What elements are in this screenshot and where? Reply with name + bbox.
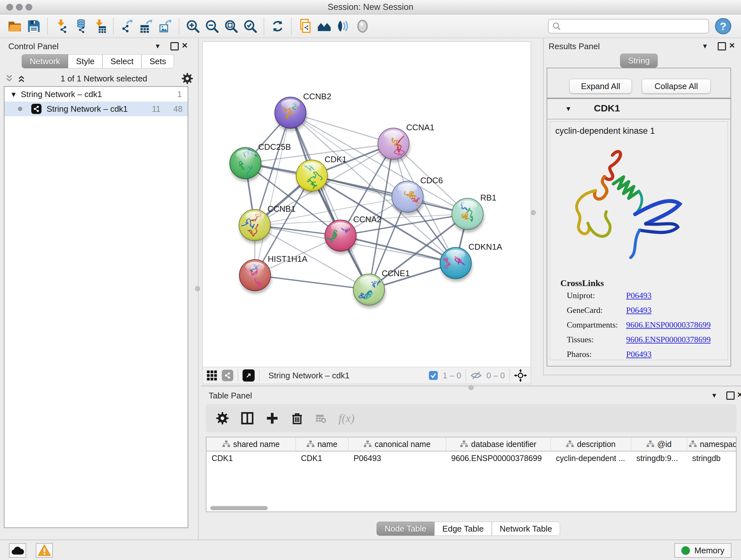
delete-row-trash-icon[interactable]	[291, 412, 304, 425]
import-network-database-button[interactable]	[71, 17, 90, 36]
float-panel-icon[interactable]	[171, 42, 179, 51]
show-columns-icon[interactable]	[241, 412, 254, 425]
expand-all-networks-icon[interactable]	[4, 74, 14, 83]
column-header[interactable]: @id	[631, 437, 687, 451]
grid-view-icon[interactable]	[206, 370, 217, 381]
crosslink-value: 9606.ENSP00000378699	[626, 335, 711, 345]
open-session-button[interactable]	[5, 17, 24, 36]
tissues-link[interactable]: 9606.ENSP00000378699	[626, 335, 711, 344]
collapse-panel-icon[interactable]: ▾	[712, 391, 716, 400]
tab-sets[interactable]: Sets	[141, 54, 174, 68]
collection-expander-icon[interactable]: ▾	[11, 89, 16, 99]
export-network-button[interactable]	[118, 17, 137, 36]
collapse-panel-icon[interactable]: ▾	[156, 42, 159, 51]
titlebar: Session: New Session	[0, 0, 741, 14]
tab-network-table[interactable]: Network Table	[492, 522, 560, 536]
close-panel-icon[interactable]: ×	[182, 42, 188, 49]
cloud-button[interactable]	[9, 543, 26, 558]
right-splitter-handle[interactable]	[531, 210, 536, 215]
first-neighbors-button[interactable]	[315, 17, 334, 36]
pharos-link[interactable]: P06493	[626, 350, 651, 359]
zoom-fit-button[interactable]	[221, 17, 241, 36]
cell-description[interactable]: cyclin-dependent ...	[551, 451, 631, 465]
apply-function-icon[interactable]: f(x)	[339, 412, 354, 425]
tab-style[interactable]: Style	[68, 54, 103, 68]
cell-name[interactable]: CDK1	[296, 451, 348, 465]
network-canvas[interactable]: CCNB2CCNA1CDC25BCDK1CDC6RB1CCNB1CCNA2CDK…	[202, 42, 531, 367]
collapse-panel-icon[interactable]: ▾	[703, 42, 707, 51]
tab-node-table[interactable]: Node Table	[377, 522, 434, 536]
import-table-file-button[interactable]	[90, 17, 109, 36]
cell-shared-name[interactable]: CDK1	[206, 451, 296, 465]
tab-string[interactable]: String	[620, 54, 658, 68]
column-header[interactable]: namespace	[687, 437, 737, 451]
string-network-graph[interactable]: CCNB2CCNA1CDC25BCDK1CDC6RB1CCNB1CCNA2CDK…	[203, 42, 531, 367]
left-splitter-handle[interactable]	[195, 286, 200, 291]
cloud-icon	[11, 546, 24, 555]
zoom-selected-button[interactable]	[241, 17, 260, 36]
horizontal-scrollbar-thumb[interactable]	[210, 506, 268, 510]
table-row[interactable]: CDK1 CDK1 P06493 9606.ENSP00000378699 cy…	[206, 451, 736, 465]
genecard-link[interactable]: P06493	[626, 306, 651, 315]
column-type-icon	[647, 441, 654, 448]
zoom-in-button[interactable]	[183, 17, 202, 36]
show-graphics-details-button[interactable]	[334, 17, 353, 36]
network-current-dot-icon	[18, 107, 22, 111]
delete-table-icon[interactable]	[316, 412, 327, 425]
warnings-button[interactable]	[36, 543, 53, 558]
column-header[interactable]: canonical name	[348, 437, 446, 451]
birdseye-crosshair-icon[interactable]	[514, 369, 527, 382]
import-network-file-button[interactable]	[52, 17, 71, 36]
collapse-all-networks-icon[interactable]	[17, 74, 26, 83]
cell-canonical-name[interactable]: P06493	[348, 451, 446, 465]
entry-expander-icon[interactable]: ▾	[566, 104, 570, 113]
bar-separator	[466, 369, 466, 382]
hide-selected-button[interactable]	[353, 17, 372, 36]
help-button[interactable]: ?	[715, 18, 731, 35]
uniprot-link[interactable]: P06493	[626, 291, 651, 300]
cell-id[interactable]: stringdb:9...	[631, 451, 687, 465]
close-panel-icon[interactable]: ×	[729, 42, 735, 49]
export-image-button[interactable]	[156, 17, 175, 36]
bottom-splitter-handle[interactable]	[468, 385, 474, 390]
search-input[interactable]	[561, 21, 705, 31]
save-session-button[interactable]	[24, 17, 44, 36]
apply-layout-button[interactable]	[268, 17, 287, 36]
table-panel: Table Panel ▾ × f(x)	[201, 386, 741, 539]
zoom-selected-icon	[243, 19, 258, 34]
selected-checkbox-icon[interactable]	[428, 371, 438, 380]
detach-view-icon[interactable]	[243, 369, 255, 381]
crosslink-label: Tissues:	[567, 335, 594, 345]
zoom-out-button[interactable]	[202, 17, 221, 36]
column-header[interactable]: shared name	[206, 437, 296, 451]
tab-edge-table[interactable]: Edge Table	[434, 522, 492, 536]
crosslink-label: GeneCard:	[567, 306, 603, 315]
close-panel-icon[interactable]: ×	[737, 391, 741, 398]
collapse-all-button[interactable]: Collapse All	[642, 79, 711, 94]
cell-database-identifier[interactable]: 9606.ENSP00000378699	[446, 451, 551, 465]
network-badge-icon[interactable]	[222, 370, 233, 381]
network-row-selected[interactable]: String Network – cdk1 11 48	[4, 102, 188, 116]
tab-network[interactable]: Network	[22, 54, 68, 68]
column-header[interactable]: database identifier	[446, 437, 551, 451]
network-collection-row[interactable]: ▾ String Network – cdk1 1	[4, 87, 188, 102]
clone-network-button[interactable]	[295, 17, 315, 36]
expand-all-button[interactable]: Expand All	[569, 79, 632, 94]
tab-select[interactable]: Select	[103, 54, 141, 68]
float-panel-icon[interactable]	[718, 42, 726, 51]
column-header[interactable]: description	[551, 437, 631, 451]
network-tree: ▾ String Network – cdk1 1 String Network…	[4, 86, 188, 528]
column-type-icon	[566, 441, 574, 448]
entry-header[interactable]: ▾ CDK1	[547, 99, 731, 119]
export-table-button[interactable]	[137, 17, 156, 36]
network-options-gear-icon[interactable]	[182, 73, 193, 84]
column-header[interactable]: name	[296, 437, 348, 451]
hidden-eye-icon[interactable]	[470, 371, 482, 380]
float-panel-icon[interactable]	[726, 391, 735, 400]
cell-namespace[interactable]: stringdb	[687, 451, 737, 465]
memory-button[interactable]: Memory	[674, 543, 731, 558]
compartments-link[interactable]: 9606.ENSP00000378699	[626, 320, 711, 329]
add-row-plus-icon[interactable]	[266, 412, 279, 425]
search-box[interactable]	[548, 19, 709, 34]
table-settings-gear-icon[interactable]	[216, 412, 229, 425]
